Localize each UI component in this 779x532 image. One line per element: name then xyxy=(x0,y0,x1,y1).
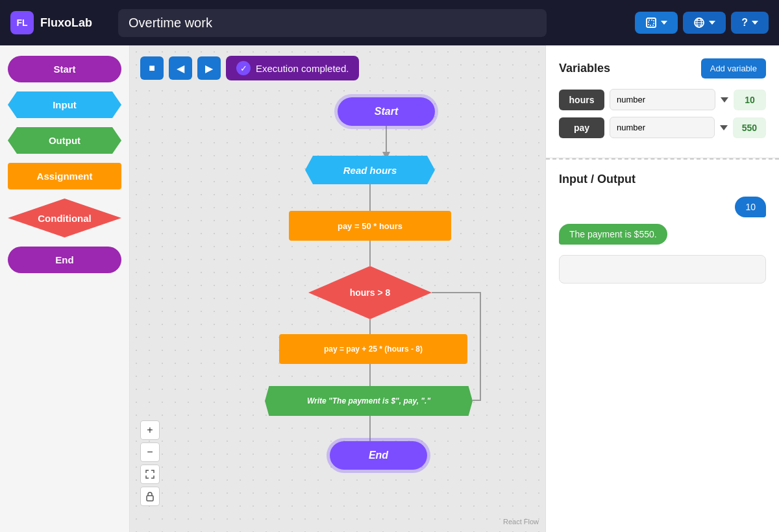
lock-icon xyxy=(145,491,155,502)
variable-value-pay: 550 xyxy=(733,117,766,138)
header-buttons: ? xyxy=(635,12,769,34)
zoom-in-button[interactable]: + xyxy=(140,420,160,440)
io-message-left: The payment is $550. xyxy=(559,224,667,245)
check-icon: ✓ xyxy=(236,61,251,75)
execution-status-badge: ✓ Execution completed. xyxy=(226,56,359,80)
select-tool-button[interactable] xyxy=(635,12,678,34)
sidebar-item-output[interactable]: Output xyxy=(8,127,121,154)
variables-section: Variables Add variable hours number stri… xyxy=(546,45,779,158)
fit-view-icon xyxy=(145,469,155,479)
sidebar-item-end[interactable]: End xyxy=(8,247,121,273)
svg-rect-14 xyxy=(147,496,153,501)
sidebar-item-start[interactable]: Start xyxy=(8,56,121,82)
cond-f-label: F xyxy=(436,288,446,297)
canvas-area[interactable]: ■ ◀ ▶ ✓ Execution completed. xyxy=(130,45,545,532)
chevron-down-icon xyxy=(709,21,715,25)
chevron-down-icon xyxy=(720,125,728,130)
variable-name-pay: pay xyxy=(559,117,604,138)
chevron-down-icon xyxy=(661,21,667,25)
zoom-out-button[interactable]: − xyxy=(140,442,160,462)
io-message-right: 10 xyxy=(735,197,766,217)
select-icon xyxy=(645,17,657,29)
end-node[interactable]: End xyxy=(330,441,427,470)
right-panel: Variables Add variable hours number stri… xyxy=(545,45,779,532)
lock-button[interactable] xyxy=(140,487,160,506)
variable-row-hours: hours number string boolean 10 xyxy=(559,89,766,110)
canvas-toolbar: ■ ◀ ▶ ✓ Execution completed. xyxy=(140,56,359,80)
sidebar-item-assignment[interactable]: Assignment xyxy=(8,163,121,189)
read-node[interactable]: Read hours xyxy=(305,156,435,184)
io-input-area[interactable] xyxy=(559,255,766,284)
cond-t-label: T xyxy=(365,323,375,332)
variable-type-hours[interactable]: number string boolean xyxy=(610,89,715,110)
language-button[interactable] xyxy=(683,12,726,34)
assign1-node[interactable]: pay = 50 * hours xyxy=(289,211,451,241)
logo-badge: FL xyxy=(10,11,34,34)
variables-header: Variables Add variable xyxy=(559,58,766,79)
forward-button[interactable]: ▶ xyxy=(197,56,221,80)
fit-view-button[interactable] xyxy=(140,465,160,484)
io-title: Input / Output xyxy=(559,173,766,186)
main-layout: Start Input Output Assignment Conditiona… xyxy=(0,45,779,532)
chevron-down-icon xyxy=(752,21,758,25)
write-node[interactable]: Write "The payment is $", pay, "." xyxy=(265,386,473,416)
stop-button[interactable]: ■ xyxy=(140,56,164,80)
react-flow-label: React Flow xyxy=(503,518,539,526)
variable-name-hours: hours xyxy=(559,90,604,110)
project-title-input[interactable] xyxy=(118,9,547,37)
sidebar-item-conditional[interactable]: Conditional xyxy=(8,199,121,237)
header: FL FluxoLab ? xyxy=(0,0,779,45)
help-button[interactable]: ? xyxy=(731,12,769,34)
back-button[interactable]: ◀ xyxy=(169,56,192,80)
sidebar: Start Input Output Assignment Conditiona… xyxy=(0,45,130,532)
variable-type-pay[interactable]: number string boolean xyxy=(610,117,715,138)
start-node[interactable]: Start xyxy=(338,97,435,126)
chevron-down-icon xyxy=(721,97,728,103)
help-icon: ? xyxy=(741,17,748,29)
assign2-node[interactable]: pay = pay + 25 * (hours - 8) xyxy=(279,334,467,364)
variable-row-pay: pay number string boolean 550 xyxy=(559,117,766,138)
logo-area: FL FluxoLab xyxy=(10,11,108,34)
io-messages: 10 The payment is $550. xyxy=(559,197,766,245)
globe-icon xyxy=(693,17,705,29)
add-variable-button[interactable]: Add variable xyxy=(701,58,766,79)
execution-status-text: Execution completed. xyxy=(256,63,349,74)
variables-title: Variables xyxy=(559,62,610,75)
flow-diagram: Start Read hours pay = 50 * hours hours … xyxy=(169,91,545,532)
variable-value-hours: 10 xyxy=(734,90,766,110)
conditional-node[interactable]: hours > 8 F T xyxy=(308,266,432,319)
zoom-controls: + − xyxy=(140,420,160,506)
sidebar-item-input[interactable]: Input xyxy=(8,91,121,118)
io-section: Input / Output 10 The payment is $550. xyxy=(546,160,779,532)
brand-name: FluxoLab xyxy=(40,16,92,30)
svg-rect-0 xyxy=(647,18,656,27)
